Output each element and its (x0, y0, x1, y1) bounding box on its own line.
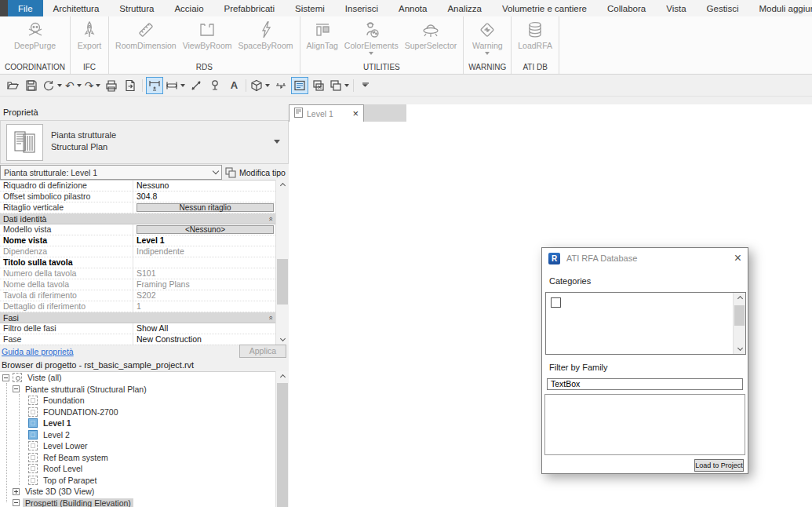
collapse-expander-icon[interactable] (13, 499, 20, 506)
colorelements-dropdown-caret[interactable] (369, 52, 373, 55)
property-value[interactable]: 304.8 (133, 191, 275, 202)
tree-item-selected[interactable]: Prospetti (Building Elevation) (0, 498, 289, 507)
group-label-coordination[interactable]: COORDINATION (0, 62, 70, 74)
property-value-button[interactable]: Nessun ritaglio (137, 203, 274, 212)
property-value[interactable]: Show All (133, 323, 275, 334)
tag-icon[interactable] (206, 77, 224, 94)
section-icon[interactable] (272, 77, 289, 94)
chevron-down-icon[interactable] (274, 140, 280, 144)
tree-item[interactable]: Top of Parapet (0, 475, 289, 487)
collapse-expander-icon[interactable] (13, 488, 20, 495)
tree-item-label[interactable]: Ref Beam system (41, 453, 111, 462)
view-tab-level-1[interactable]: Level 1 × (289, 104, 364, 122)
scrollbar-thumb[interactable] (277, 383, 288, 507)
group-label-rds[interactable]: RDS (109, 62, 300, 74)
tab-acciaio[interactable]: Acciaio (164, 0, 213, 16)
aligntag-button[interactable]: AlignTag (304, 18, 341, 51)
collapse-expander-icon[interactable] (2, 374, 9, 381)
tree-item[interactable]: Piante strutturali (Structural Plan) (0, 384, 289, 396)
scroll-down-icon[interactable] (276, 335, 289, 345)
scroll-down-icon[interactable] (734, 345, 746, 354)
tree-item[interactable]: Roof Level (0, 463, 289, 475)
tab-analizza[interactable]: Analizza (437, 0, 491, 16)
aligned-dimension-icon[interactable] (165, 77, 186, 94)
section-header[interactable]: Fasi» (0, 312, 275, 323)
group-label-ati-db[interactable]: ATI DB (512, 62, 559, 74)
tab-gestisci[interactable]: Gestisci (697, 0, 749, 16)
customize-toolbar-icon[interactable] (357, 77, 374, 94)
collapse-expander-icon[interactable] (13, 385, 20, 392)
tab-sistemi[interactable]: Sistemi (285, 0, 335, 16)
family-results-listbox[interactable] (544, 394, 745, 455)
tab-struttura[interactable]: Struttura (109, 0, 164, 16)
tree-item-label[interactable]: Level Lower (41, 441, 90, 450)
roomdimension-button[interactable]: RoomDimension (112, 18, 180, 51)
property-value[interactable]: Nessuno (133, 181, 275, 191)
undo-icon[interactable]: ↶ (64, 77, 82, 94)
categories-listbox[interactable] (545, 292, 746, 355)
tree-item-label[interactable]: Piante strutturali (Structural Plan) (23, 385, 149, 394)
section-header[interactable]: Dati identità» (0, 213, 275, 224)
warning-dropdown-caret[interactable] (485, 52, 490, 55)
tree-item-label[interactable]: Prospetti (Building Elevation) (23, 498, 133, 507)
group-label-utilities[interactable]: UTILITIES (300, 62, 464, 74)
tab-vista[interactable]: Vista (656, 0, 696, 16)
collapse-icon[interactable]: » (266, 316, 274, 319)
home-3d-icon[interactable] (249, 77, 271, 94)
tree-item-label[interactable]: Level 2 (41, 430, 72, 440)
filter-textbox[interactable]: TextBox (547, 378, 743, 390)
tab-moduli-aggiuntivi[interactable]: Moduli aggiuntivi (748, 0, 812, 16)
scrollbar-thumb[interactable] (277, 259, 288, 305)
close-inactive-windows-icon[interactable] (310, 77, 327, 94)
tab-file[interactable]: File (8, 0, 43, 16)
browser-scrollbar[interactable] (275, 371, 289, 507)
tree-item[interactable]: FOUNDATION-2700 (0, 407, 289, 418)
colorelements-button[interactable]: ColorElements (341, 18, 402, 56)
tree-item[interactable]: Foundation (0, 395, 289, 407)
export-button[interactable]: Export (74, 18, 105, 51)
property-value[interactable] (133, 257, 275, 268)
categories-scrollbar[interactable] (733, 293, 745, 354)
collapse-icon[interactable]: » (266, 217, 274, 221)
scroll-up-icon[interactable] (734, 293, 746, 302)
tab-volumetrie-e-cantiere[interactable]: Volumetrie e cantiere (492, 0, 597, 16)
dialog-title-bar[interactable]: R ATI RFA Database × (542, 248, 748, 268)
synchronize-icon[interactable] (42, 77, 63, 94)
warning-button[interactable]: Warning (469, 18, 506, 56)
tree-item-label[interactable]: FOUNDATION-2700 (41, 407, 121, 417)
scroll-up-icon[interactable] (276, 371, 289, 381)
spacebyroom-button[interactable]: SpaceByRoom (235, 18, 297, 51)
scrollbar-thumb[interactable] (734, 305, 745, 326)
sheet-icon[interactable] (122, 77, 139, 94)
switch-windows-icon[interactable] (329, 77, 350, 94)
property-value[interactable]: New Construction (133, 334, 275, 345)
tree-item-label[interactable]: Foundation (41, 396, 87, 405)
viewbyroom-button[interactable]: ViewByRoom (180, 18, 235, 51)
tab-inserisci[interactable]: Inserisci (335, 0, 388, 16)
thin-lines-icon[interactable] (291, 77, 308, 94)
tree-item-active[interactable]: Level 1 (0, 418, 289, 429)
close-icon[interactable]: × (734, 252, 741, 264)
edit-type-button[interactable]: Modifica tipo (222, 165, 289, 180)
apply-button[interactable]: Applica (239, 345, 286, 358)
text-icon[interactable]: A (225, 77, 242, 94)
close-icon[interactable]: × (352, 108, 359, 119)
load-to-project-button[interactable]: Load to Project (694, 459, 744, 472)
tree-item-label[interactable]: Viste 3D (3D View) (23, 487, 96, 496)
tab-architettura[interactable]: Architettura (43, 0, 110, 16)
scroll-up-icon[interactable] (276, 180, 289, 189)
tree-item[interactable]: Ref Beam system (0, 452, 289, 464)
property-value[interactable]: Level 1 (133, 235, 275, 246)
properties-scrollbar[interactable] (275, 180, 289, 345)
measure-icon[interactable] (146, 77, 163, 94)
print-icon[interactable] (103, 77, 120, 94)
tab-prefabbricati[interactable]: Prefabbricati (214, 0, 286, 16)
property-value-button[interactable]: <Nessuno> (137, 225, 274, 234)
spot-dimension-icon[interactable] (188, 77, 205, 94)
tab-collabora[interactable]: Collabora (597, 0, 656, 16)
category-checkbox[interactable] (551, 297, 561, 308)
type-selector[interactable]: Pianta strutturale Structural Plan (0, 120, 289, 164)
loadrfa-button[interactable]: LoadRFA (515, 18, 555, 51)
tab-annota[interactable]: Annota (388, 0, 437, 16)
tree-item[interactable]: Level 2 (0, 429, 289, 441)
